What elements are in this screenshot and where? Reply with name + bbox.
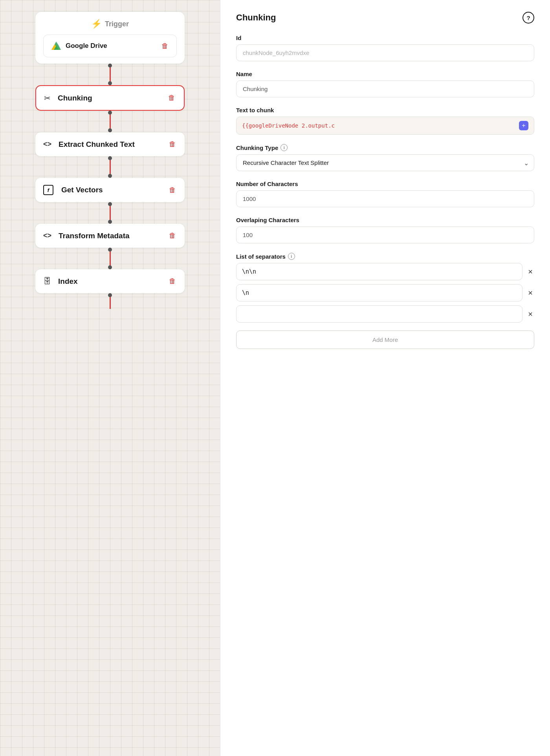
name-label: Name: [236, 71, 534, 77]
node-left: Google Drive: [51, 40, 107, 51]
num-chars-label: Number of Characters: [236, 181, 534, 187]
connector-4: [110, 202, 111, 224]
function-icon: f: [43, 185, 53, 195]
separator-remove-button-1[interactable]: ×: [526, 266, 534, 278]
index-node[interactable]: 🗄 Index 🗑: [35, 269, 185, 293]
trigger-group: ⚡ Trigger Google Drive 🗑: [35, 12, 185, 64]
chunking-node-left: ✂ Chunking: [44, 93, 92, 103]
google-drive-delete-button[interactable]: 🗑: [161, 41, 169, 51]
connector-1: [110, 64, 111, 85]
connector-line-1: [110, 64, 111, 85]
separator-remove-button-2[interactable]: ×: [526, 287, 534, 299]
id-input[interactable]: [236, 44, 534, 61]
index-delete-button[interactable]: 🗑: [168, 276, 177, 286]
transform-metadata-node[interactable]: <> Transform Metadata 🗑: [35, 224, 185, 248]
text-to-chunk-input-container[interactable]: {{googleDriveNode_2.output.c +: [236, 117, 534, 135]
separator-input-2[interactable]: [236, 284, 522, 301]
overlapping-field-group: Overlaping Characters: [236, 217, 534, 243]
separators-info-icon[interactable]: i: [288, 253, 295, 260]
separator-remove-button-3[interactable]: ×: [526, 308, 534, 320]
transform-delete-button[interactable]: 🗑: [168, 231, 177, 241]
connector-line-6: [110, 293, 111, 309]
workflow-nodes: ⚡ Trigger Google Drive 🗑: [0, 12, 220, 309]
add-more-button[interactable]: Add More: [236, 331, 534, 349]
text-to-chunk-plus-button[interactable]: +: [519, 121, 528, 130]
num-chars-field-group: Number of Characters: [236, 181, 534, 207]
properties-panel: Chunking ? Id Name Text to chunk {{googl…: [220, 0, 550, 756]
extract-chunked-text-node[interactable]: <> Extract Chunked Text 🗑: [35, 132, 185, 156]
transform-node-name: Transform Metadata: [59, 232, 130, 240]
chunking-type-select[interactable]: Recursive Character Text Splitter: [236, 154, 534, 171]
trigger-label: Trigger: [105, 20, 129, 28]
separator-input-1[interactable]: [236, 263, 522, 280]
separator-row-1: ×: [236, 263, 534, 280]
separator-row-2: ×: [236, 284, 534, 301]
id-field-group: Id: [236, 35, 534, 61]
chunking-delete-button[interactable]: 🗑: [167, 93, 176, 103]
get-vectors-node-left: f Get Vectors: [43, 185, 103, 195]
get-vectors-node[interactable]: f Get Vectors 🗑: [35, 178, 185, 202]
help-button[interactable]: ?: [522, 12, 534, 24]
connector-2: [110, 111, 111, 132]
separator-row-3: ×: [236, 305, 534, 323]
database-icon: 🗄: [43, 277, 51, 286]
chunking-type-label: Chunking Type i: [236, 144, 534, 151]
separators-field-group: List of separators i × × × Add More: [236, 253, 534, 349]
workflow-canvas: ⚡ Trigger Google Drive 🗑: [0, 0, 220, 756]
transform-node-left: <> Transform Metadata: [43, 232, 130, 240]
scissors-icon: ✂: [44, 93, 51, 103]
extract-node-name: Extract Chunked Text: [59, 140, 135, 149]
text-to-chunk-label: Text to chunk: [236, 107, 534, 113]
separator-input-3[interactable]: [236, 305, 522, 323]
separators-label: List of separators i: [236, 253, 534, 260]
text-to-chunk-field-group: Text to chunk {{googleDriveNode_2.output…: [236, 107, 534, 135]
connector-dot-top: [108, 64, 112, 68]
index-node-name: Index: [58, 277, 78, 286]
extract-node-left: <> Extract Chunked Text: [43, 140, 135, 149]
overlapping-label: Overlaping Characters: [236, 217, 534, 223]
connector-line-5: [110, 248, 111, 269]
chunking-node-name: Chunking: [58, 94, 92, 102]
chunking-type-select-wrapper: Recursive Character Text Splitter ⌄: [236, 154, 534, 171]
get-vectors-delete-button[interactable]: 🗑: [168, 185, 177, 195]
code-brackets-icon-2: <>: [43, 232, 51, 240]
index-node-left: 🗄 Index: [43, 277, 78, 286]
extract-delete-button[interactable]: 🗑: [168, 139, 177, 149]
code-brackets-icon: <>: [43, 140, 51, 148]
connector-6: [110, 293, 111, 309]
connector-line-3: [110, 156, 111, 178]
google-drive-node-title: Google Drive: [66, 42, 107, 50]
num-chars-input[interactable]: [236, 190, 534, 207]
overlapping-input[interactable]: [236, 226, 534, 243]
text-to-chunk-value: {{googleDriveNode_2.output.c: [242, 122, 516, 129]
connector-line-4: [110, 202, 111, 224]
panel-header: Chunking ?: [236, 12, 534, 24]
get-vectors-node-name: Get Vectors: [61, 186, 103, 194]
connector-dot-bottom: [108, 81, 112, 85]
chunking-node[interactable]: ✂ Chunking 🗑: [35, 85, 185, 111]
connector-3: [110, 156, 111, 178]
lightning-icon: ⚡: [91, 19, 102, 29]
name-field-group: Name: [236, 71, 534, 97]
google-drive-icon: [51, 40, 62, 51]
id-label: Id: [236, 35, 534, 41]
google-drive-node[interactable]: Google Drive 🗑: [43, 35, 177, 57]
chunking-type-field-group: Chunking Type i Recursive Character Text…: [236, 144, 534, 171]
connector-line-2: [110, 111, 111, 132]
connector-5: [110, 248, 111, 269]
panel-title: Chunking: [236, 13, 276, 23]
name-input[interactable]: [236, 80, 534, 97]
trigger-header: ⚡ Trigger: [43, 19, 177, 29]
chunking-type-info-icon[interactable]: i: [280, 144, 288, 151]
